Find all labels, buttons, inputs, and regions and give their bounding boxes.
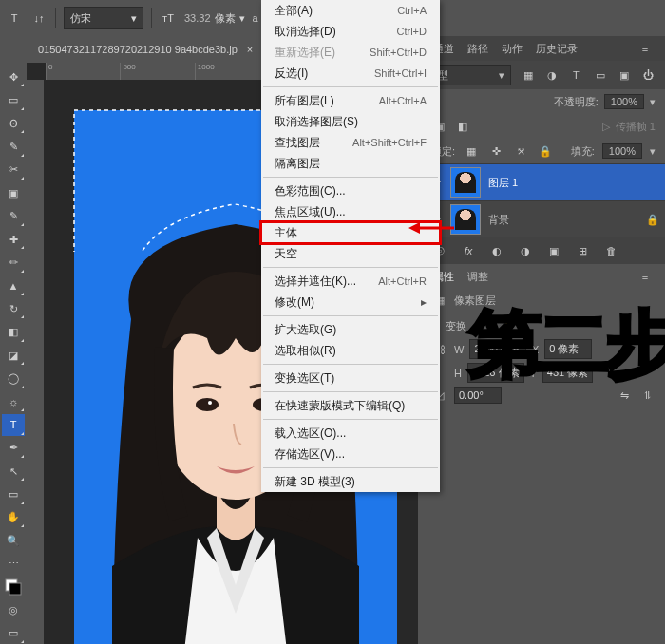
fill-value[interactable]: 100% <box>602 143 642 159</box>
lasso-tool[interactable]: ʘ <box>2 113 25 134</box>
annotation-arrow-icon <box>408 218 454 237</box>
panel-menu-icon[interactable]: ≡ <box>636 268 654 285</box>
menu-transform-selection[interactable]: 变换选区(T) <box>261 368 440 388</box>
pen-tool[interactable]: ✒ <box>2 438 25 459</box>
new-layer-icon[interactable]: ⊞ <box>574 242 591 259</box>
history-brush-tool[interactable]: ↻ <box>2 298 25 319</box>
document-tab[interactable]: 01504732117289720212910 9a4bcde3b.jp × <box>28 36 262 63</box>
filter-pixel-icon[interactable]: ▦ <box>521 66 535 84</box>
divider <box>151 8 152 28</box>
font-family-dropdown[interactable]: 仿宋 ▾ <box>64 7 143 29</box>
layer-thumbnail[interactable] <box>450 167 481 198</box>
zoom-tool[interactable]: 🔍 <box>2 530 25 551</box>
stamp-tool[interactable]: ▲ <box>2 275 25 296</box>
tab-actions[interactable]: 动作 <box>502 42 522 56</box>
menu-find-layers[interactable]: 查找图层Alt+Shift+Ctrl+F <box>261 132 440 153</box>
layer-row[interactable]: 👁 图层 1 <box>422 163 665 200</box>
opacity-value[interactable]: 100% <box>604 94 644 109</box>
mask-icon[interactable]: ◐ <box>488 242 505 259</box>
edit-toolbar[interactable]: ⋯ <box>2 554 25 575</box>
filter-shape-icon[interactable]: ▭ <box>593 66 607 84</box>
fg-bg-swatch[interactable] <box>2 577 25 597</box>
type-size-icon: тT <box>160 9 177 27</box>
screenmode-toggle[interactable]: ▭ <box>2 623 25 644</box>
layer-thumbnail[interactable] <box>450 204 481 235</box>
menu-load-selection[interactable]: 载入选区(O)... <box>261 423 440 444</box>
marquee-tool[interactable]: ▭ <box>2 89 25 110</box>
select-menu: 全部(A)Ctrl+A 取消选择(D)Ctrl+D 重新选择(E)Shift+C… <box>261 0 440 492</box>
crop-tool[interactable]: ✂ <box>2 160 25 180</box>
menu-isolate-layers[interactable]: 隔离图层 <box>261 153 440 174</box>
h-label: H <box>454 368 462 379</box>
layer-kind-dropdown[interactable]: 型▾ <box>431 65 511 85</box>
antialias-a1: a <box>253 12 258 24</box>
swap-orientation-icon[interactable]: ↓↑ <box>30 9 48 27</box>
menu-new-3d[interactable]: 新建 3D 模型(3) <box>261 471 440 492</box>
filter-smart-icon[interactable]: ▣ <box>617 66 631 84</box>
unify-icon[interactable]: ◧ <box>454 118 471 135</box>
tab-history[interactable]: 历史记录 <box>536 42 578 56</box>
propagate-label: 传播帧 1 <box>616 120 656 134</box>
menu-similar[interactable]: 选取相似(R) <box>261 340 440 361</box>
menu-all[interactable]: 全部(A)Ctrl+A <box>261 0 440 21</box>
menu-edit-quickmask[interactable]: 在快速蒙版模式下编辑(Q) <box>261 395 440 416</box>
lock-pixels-icon[interactable]: ▦ <box>463 142 480 160</box>
quick-select-tool[interactable]: ✎ <box>2 136 25 157</box>
menu-select-and-mask[interactable]: 选择并遮住(K)...Alt+Ctrl+R <box>261 271 440 292</box>
panel-menu-icon[interactable]: ≡ <box>636 40 654 57</box>
blur-tool[interactable]: ◯ <box>2 368 25 388</box>
frame-tool[interactable]: ▣ <box>2 182 25 203</box>
move-tool[interactable]: ✥ <box>2 66 25 87</box>
eyedropper-tool[interactable]: ✎ <box>2 205 25 226</box>
path-select-tool[interactable]: ↖ <box>2 461 25 482</box>
menu-grow[interactable]: 扩大选取(G) <box>261 319 440 340</box>
lock-artboard-icon[interactable]: ⤧ <box>512 142 529 160</box>
filter-toggle-switch[interactable]: ⏻ <box>641 66 656 84</box>
propagate-arrow-icon: ▷ <box>602 121 610 133</box>
delete-icon[interactable]: 🗑 <box>602 242 619 259</box>
zoom-field[interactable]: 33.32 像素 ▾ <box>184 11 245 26</box>
close-icon[interactable]: × <box>247 44 253 55</box>
gradient-tool[interactable]: ◪ <box>2 345 25 366</box>
brush-tool[interactable]: ✏ <box>2 252 25 273</box>
tab-adjust[interactable]: 调整 <box>467 270 488 284</box>
lock-row: 锁定: ▦ ✜ ⤧ 🔒 填充: 100%▾ <box>422 139 665 163</box>
menu-deselect[interactable]: 取消选择(D)Ctrl+D <box>261 21 440 42</box>
tab-paths[interactable]: 路径 <box>467 42 488 56</box>
layer-name[interactable]: 背景 <box>488 213 509 227</box>
layer-filter-row: 型▾ ▦ ◑ T ▭ ▣ ⏻ <box>422 61 665 89</box>
filter-adjust-icon[interactable]: ◑ <box>544 66 559 84</box>
svg-point-5 <box>208 401 212 405</box>
lock-icon[interactable]: 🔒 <box>646 214 659 226</box>
heal-tool[interactable]: ✚ <box>2 229 25 250</box>
lock-all-icon[interactable]: 🔒 <box>537 142 554 160</box>
menu-modify[interactable]: 修改(M)▸ <box>261 292 440 313</box>
fill-label: 填充: <box>561 144 595 159</box>
adjustment-icon[interactable]: ◑ <box>517 242 534 259</box>
layer-name[interactable]: 图层 1 <box>488 176 518 190</box>
menu-sky[interactable]: 天空 <box>261 243 440 264</box>
hand-tool[interactable]: ✋ <box>2 507 25 528</box>
type-tool[interactable]: T <box>2 414 25 435</box>
group-icon[interactable]: ▣ <box>545 242 562 259</box>
annotation-step-label: 第二步 <box>469 296 665 394</box>
layers-footer: ⦾ fx ◐ ◑ ▣ ⊞ 🗑 <box>422 237 665 264</box>
menu-deselect-layers[interactable]: 取消选择图层(S) <box>261 111 440 132</box>
layers-list: 👁 图层 1 👁 背景 🔒 <box>422 163 665 237</box>
lock-position-icon[interactable]: ✜ <box>487 142 504 160</box>
properties-tabs: 属性 调整 ≡ <box>422 264 665 289</box>
fx-icon[interactable]: fx <box>460 242 477 259</box>
shape-tool[interactable]: ▭ <box>2 483 25 504</box>
menu-save-selection[interactable]: 存储选区(V)... <box>261 444 440 464</box>
menu-inverse[interactable]: 反选(I)Shift+Ctrl+I <box>261 63 440 84</box>
document-tab-label: 01504732117289720212910 9a4bcde3b.jp <box>38 44 238 55</box>
eraser-tool[interactable]: ◧ <box>2 321 25 342</box>
quickmask-toggle[interactable]: ◎ <box>2 599 25 620</box>
dodge-tool[interactable]: ☼ <box>2 391 25 412</box>
menu-all-layers[interactable]: 所有图层(L)Alt+Ctrl+A <box>261 90 440 111</box>
menu-color-range[interactable]: 色彩范围(C)... <box>261 180 440 201</box>
filter-type-icon[interactable]: T <box>569 66 583 84</box>
layer-row[interactable]: 👁 背景 🔒 <box>422 200 665 237</box>
menu-reselect[interactable]: 重新选择(E)Shift+Ctrl+D <box>261 42 440 63</box>
transform-title: 变换 <box>446 319 466 333</box>
